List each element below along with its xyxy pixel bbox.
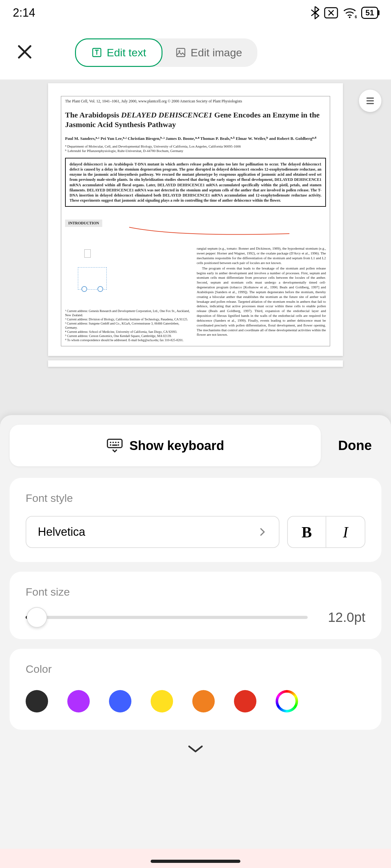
chevron-right-icon — [258, 527, 267, 537]
svg-point-10 — [110, 442, 111, 443]
svg-rect-9 — [107, 439, 122, 448]
svg-rect-15 — [112, 444, 117, 446]
edit-text-label: Edit text — [107, 46, 146, 59]
svg-point-5 — [178, 50, 180, 52]
status-bar: 2:14 6 51 — [0, 0, 391, 26]
color-swatch-blue[interactable] — [109, 690, 132, 712]
affiliations: ᵃ Department of Molecular, Cell, and Dev… — [65, 144, 326, 153]
color-swatches — [26, 687, 365, 716]
svg-point-12 — [115, 442, 117, 443]
left-column: ¹ Current address: Genesis Research and … — [65, 246, 190, 342]
italic-button[interactable]: I — [326, 517, 365, 547]
svg-rect-4 — [176, 48, 185, 57]
pdf-page[interactable]: The Plant Cell, Vol. 12, 1041–1061, July… — [48, 83, 343, 356]
show-keyboard-button[interactable]: Show keyboard — [9, 425, 321, 466]
edit-image-tab[interactable]: Edit image — [153, 38, 258, 67]
done-button[interactable]: Done — [329, 438, 381, 453]
wifi-icon: 6 — [343, 7, 357, 19]
color-picker-button[interactable] — [276, 690, 298, 712]
bold-italic-group: B I — [287, 516, 365, 548]
text-format-sheet: Show keyboard Done Font style Helvetica … — [0, 415, 391, 868]
font-size-value: 12.0pt — [317, 610, 365, 625]
color-panel: Color — [9, 649, 381, 730]
home-indicator[interactable] — [150, 860, 240, 863]
footnotes: ¹ Current address: Genesis Research and … — [65, 309, 190, 342]
status-icons: 6 51 — [311, 6, 378, 19]
close-button[interactable] — [16, 43, 33, 62]
edit-image-label: Edit image — [191, 46, 242, 59]
svg-point-14 — [110, 444, 111, 446]
notification-peek — [0, 849, 391, 868]
bold-button[interactable]: B — [288, 517, 326, 547]
page-menu-button[interactable] — [359, 90, 381, 112]
svg-point-16 — [118, 444, 119, 446]
mode-segmented: Edit text Edit image — [75, 38, 257, 67]
show-keyboard-label: Show keyboard — [130, 438, 224, 453]
collapse-sheet-button[interactable] — [9, 739, 381, 756]
color-label: Color — [26, 663, 365, 675]
text-cursor-placeholder[interactable] — [84, 249, 91, 258]
next-page-peek — [48, 361, 343, 367]
font-style-panel: Font style Helvetica B I — [9, 478, 381, 562]
right-column: rangial septum (e.g., tomato: Bonner and… — [197, 246, 326, 342]
battery-indicator: 51 — [361, 7, 378, 19]
color-swatch-red[interactable] — [234, 690, 256, 712]
cast-x-icon — [324, 7, 338, 19]
font-family-value: Helvetica — [38, 525, 85, 539]
font-size-label: Font size — [26, 586, 365, 598]
font-style-label: Font style — [26, 492, 365, 504]
color-swatch-orange[interactable] — [192, 690, 215, 712]
paper-title: The Arabidopsis DELAYED DEHISCENCE1 Gene… — [65, 110, 326, 129]
svg-text:6: 6 — [355, 15, 357, 19]
svg-point-1 — [349, 17, 351, 18]
color-swatch-yellow[interactable] — [150, 690, 173, 712]
svg-point-13 — [118, 442, 119, 443]
svg-point-11 — [112, 442, 114, 443]
annotation-stroke — [129, 226, 289, 239]
bluetooth-icon — [311, 6, 319, 19]
top-toolbar: Edit text Edit image — [0, 26, 391, 80]
color-swatch-purple[interactable] — [67, 690, 90, 712]
font-size-panel: Font size 12.0pt — [9, 571, 381, 639]
abstract: delayed dehiscence1 is an Arabidopsis T-… — [65, 158, 326, 207]
color-swatch-black[interactable] — [26, 690, 48, 712]
font-size-slider[interactable] — [26, 616, 308, 619]
clock: 2:14 — [13, 6, 35, 20]
slider-thumb[interactable] — [27, 607, 47, 628]
journal-info: The Plant Cell, Vol. 12, 1041–1061, July… — [65, 99, 326, 104]
document-content: The Plant Cell, Vol. 12, 1041–1061, July… — [61, 96, 330, 346]
authors: Paul M. Sanders,ᵃ·¹ Pei Yun Lee,ᵃ·² Chri… — [65, 136, 326, 142]
introduction-heading: INTRODUCTION — [65, 220, 102, 227]
edit-text-tab[interactable]: Edit text — [75, 38, 163, 67]
selection-box[interactable] — [78, 267, 107, 290]
font-family-select[interactable]: Helvetica — [26, 516, 279, 548]
